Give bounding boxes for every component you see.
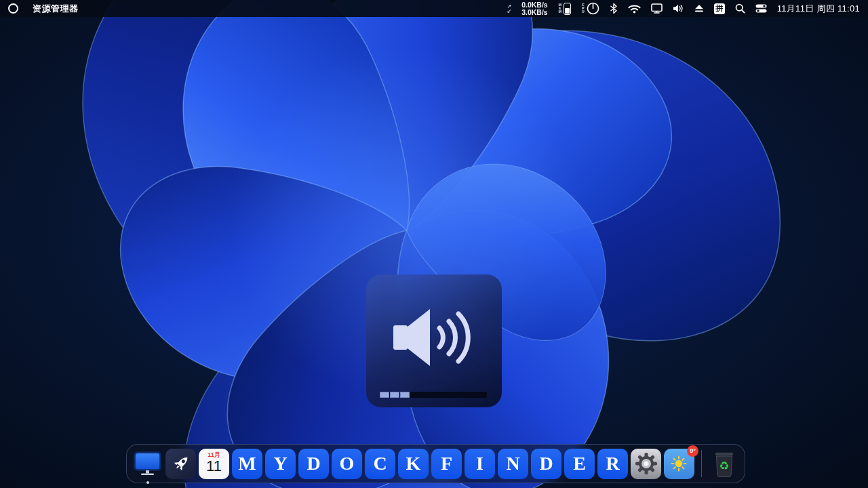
network-speed-readout[interactable]: 0.0KB/s 3.0KB/s [521, 1, 548, 16]
volume-icon[interactable] [673, 4, 684, 13]
rocket-icon [171, 453, 191, 474]
dock-item-calendar[interactable]: 11月 11 [199, 449, 229, 479]
dock-item-weather[interactable]: 9° [664, 449, 694, 479]
menu-bar-clock[interactable]: 11月11日 周四 11:01 [777, 3, 860, 15]
dock-item-settings[interactable] [631, 449, 661, 479]
volume-segment [400, 392, 410, 398]
calendar-month: 11月 [208, 451, 220, 458]
dock-letter-tile-D1[interactable]: D [298, 449, 329, 479]
gear-icon [634, 451, 658, 476]
svg-text:♻: ♻ [719, 459, 729, 472]
letter-label: N [506, 453, 519, 474]
letter-label: O [340, 453, 355, 474]
letter-label: F [441, 453, 452, 474]
cpu-gauge[interactable]: CPU [581, 2, 599, 15]
dock-letter-tile-D2[interactable]: D [531, 449, 561, 479]
running-indicator-dot [146, 481, 149, 484]
dock-item-trash[interactable]: ♻ [709, 449, 739, 479]
dock-letter-tile-Y[interactable]: Y [265, 449, 296, 479]
network-arrows-icon[interactable]: ↗↙ [507, 4, 511, 14]
weather-temperature-badge: 9° [687, 445, 698, 457]
letter-label: E [573, 453, 586, 474]
dock-item-computer[interactable] [132, 449, 163, 479]
cpu-dial-icon [587, 2, 599, 15]
letter-label: Y [273, 453, 287, 474]
net-download-speed: 3.0KB/s [521, 9, 548, 16]
dock-letter-tile-C[interactable]: C [365, 449, 395, 479]
letter-label: R [606, 453, 619, 474]
active-app-title[interactable]: 资源管理器 [33, 3, 79, 15]
net-upload-speed: 0.0KB/s [521, 1, 548, 9]
dock-letter-tile-I[interactable]: I [465, 449, 495, 479]
control-center-icon[interactable] [755, 4, 767, 13]
letter-label: D [307, 453, 320, 474]
sun-icon [669, 453, 690, 474]
cpu-label: CPU [581, 3, 585, 14]
letter-label: D [539, 453, 553, 474]
letter-label: K [406, 453, 421, 474]
speaker-with-waves-icon [392, 306, 476, 369]
dock-letter-tile-M[interactable]: M [232, 449, 262, 479]
computer-monitor-icon [134, 451, 161, 476]
trash-recycle-icon: ♻ [712, 449, 736, 478]
volume-segment [390, 392, 399, 398]
wifi-icon[interactable] [628, 4, 641, 14]
input-method-badge[interactable]: 拼 [714, 3, 725, 14]
dock: 11月 11 M Y D O C K F I N D E R [126, 444, 745, 483]
dock-separator [701, 450, 702, 477]
letter-label: I [476, 453, 484, 474]
dock-letter-tile-E[interactable]: E [564, 449, 595, 479]
memory-gauge[interactable]: MEM [558, 3, 571, 15]
calendar-day: 11 [206, 458, 222, 474]
dock-letter-tile-R[interactable]: R [597, 449, 628, 479]
search-icon[interactable] [735, 3, 745, 14]
dock-item-launchpad[interactable] [165, 449, 196, 479]
volume-level-segments [380, 392, 410, 398]
memory-label: MEM [558, 3, 562, 14]
memory-gauge-icon [564, 3, 571, 15]
desktop-wallpaper [0, 0, 868, 488]
dock-letter-tile-O[interactable]: O [332, 449, 362, 479]
menu-bar: 资源管理器 ↗↙ 0.0KB/s 3.0KB/s MEM CPU [0, 0, 868, 17]
display-icon[interactable] [651, 3, 663, 14]
volume-osd-overlay [366, 274, 502, 407]
volume-level-bar [380, 392, 487, 398]
dock-letter-tile-K[interactable]: K [398, 449, 429, 479]
letter-label: C [373, 453, 387, 474]
dock-letter-tile-F[interactable]: F [431, 449, 462, 479]
system-menu-logo-icon[interactable] [8, 3, 18, 14]
eject-icon[interactable] [694, 4, 704, 13]
bluetooth-icon[interactable] [610, 3, 618, 14]
dock-letter-tile-N[interactable]: N [498, 449, 528, 479]
letter-label: M [238, 453, 256, 474]
volume-segment [380, 392, 389, 398]
